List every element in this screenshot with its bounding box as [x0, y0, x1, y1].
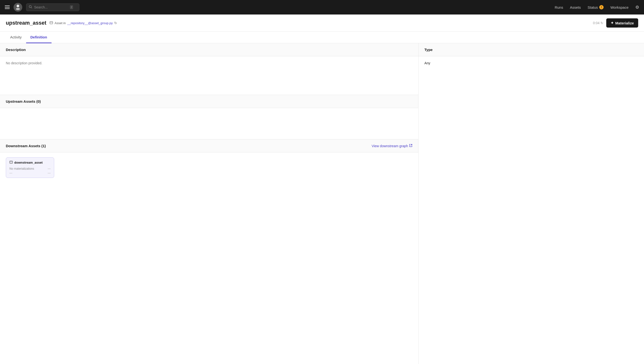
- workspace-link[interactable]: Workspace: [610, 5, 628, 10]
- svg-point-2: [16, 8, 20, 10]
- description-text: No description provided.: [6, 61, 42, 65]
- upstream-header: Upstream Assets (0): [0, 95, 418, 108]
- timer: 0:04 ↻: [593, 21, 603, 25]
- downstream-header-label: Downstream Assets (1): [6, 144, 46, 148]
- asset-card-header: downstream_asset: [10, 160, 51, 164]
- tabs-bar: Activity Definition: [0, 32, 644, 43]
- topnav: / Runs Assets Status ! Workspace ⚙: [0, 0, 644, 14]
- warning-icon: !: [599, 5, 604, 10]
- dash-right-1: —: [48, 167, 51, 170]
- type-value: Any: [424, 61, 430, 65]
- downstream-asset-card[interactable]: downstream_asset No materializations — —…: [6, 157, 54, 178]
- page-header: upstream_asset Asset in __repository__@a…: [0, 14, 644, 32]
- tab-activity[interactable]: Activity: [6, 32, 26, 43]
- asset-refresh-icon[interactable]: ↻: [114, 21, 117, 25]
- search-input[interactable]: [34, 5, 68, 9]
- assets-link[interactable]: Assets: [570, 5, 581, 10]
- asset-meta: Asset in __repository__@asset_group.py ↻: [49, 21, 117, 26]
- materialize-label: Materialize: [615, 21, 634, 25]
- asset-card-bottom-row: — —: [10, 171, 51, 175]
- app-logo: [14, 3, 22, 12]
- right-panel: Type Any: [419, 43, 644, 364]
- topnav-links: Runs Assets Status ! Workspace ⚙: [555, 4, 639, 10]
- asset-db-icon: [49, 21, 53, 26]
- asset-card-materializations-row: No materializations —: [10, 167, 51, 170]
- svg-rect-5: [50, 22, 53, 24]
- materialize-plus-icon: ✦: [611, 21, 614, 25]
- runs-link[interactable]: Runs: [555, 5, 563, 10]
- description-content: No description provided.: [0, 56, 418, 95]
- upstream-content: [0, 108, 418, 140]
- search-box[interactable]: /: [26, 4, 79, 11]
- tab-definition[interactable]: Definition: [26, 32, 52, 43]
- page-header-left: upstream_asset Asset in __repository__@a…: [6, 20, 117, 26]
- view-downstream-graph-link[interactable]: View downstream graph: [372, 144, 413, 148]
- page-header-right: 0:04 ↻ ✦ Materialize: [593, 18, 638, 28]
- search-icon: [29, 5, 32, 10]
- asset-meta-prefix: Asset in: [55, 21, 66, 25]
- type-content: Any: [419, 56, 644, 70]
- gear-icon[interactable]: ⚙: [635, 4, 639, 10]
- asset-meta-link[interactable]: __repository__@asset_group.py: [67, 21, 113, 25]
- view-downstream-label: View downstream graph: [372, 144, 408, 148]
- left-panel: Description No description provided. Ups…: [0, 43, 419, 364]
- downstream-content: downstream_asset No materializations — —…: [0, 152, 418, 183]
- asset-title: upstream_asset: [6, 20, 47, 26]
- svg-line-7: [411, 144, 412, 146]
- status-link[interactable]: Status !: [588, 5, 604, 10]
- external-link-icon: [409, 144, 413, 148]
- svg-point-1: [17, 4, 19, 7]
- search-shortcut: /: [70, 5, 73, 9]
- svg-line-4: [31, 8, 32, 8]
- materialize-button[interactable]: ✦ Materialize: [606, 18, 638, 28]
- main-content: Description No description provided. Ups…: [0, 43, 644, 364]
- hamburger-menu[interactable]: [5, 6, 10, 9]
- asset-card-db-icon: [10, 160, 13, 164]
- description-header: Description: [0, 43, 418, 56]
- dash-right-2: —: [48, 171, 51, 175]
- timer-value: 0:04: [593, 21, 599, 25]
- downstream-header: Downstream Assets (1) View downstream gr…: [0, 140, 418, 152]
- status-label: Status: [588, 5, 598, 10]
- no-materializations-label: No materializations: [10, 167, 34, 170]
- svg-rect-8: [10, 161, 13, 164]
- dash-left-2: —: [10, 171, 12, 175]
- svg-point-3: [29, 6, 32, 8]
- type-header: Type: [419, 43, 644, 56]
- timer-refresh-icon[interactable]: ↻: [600, 21, 603, 25]
- asset-card-name: downstream_asset: [14, 161, 43, 164]
